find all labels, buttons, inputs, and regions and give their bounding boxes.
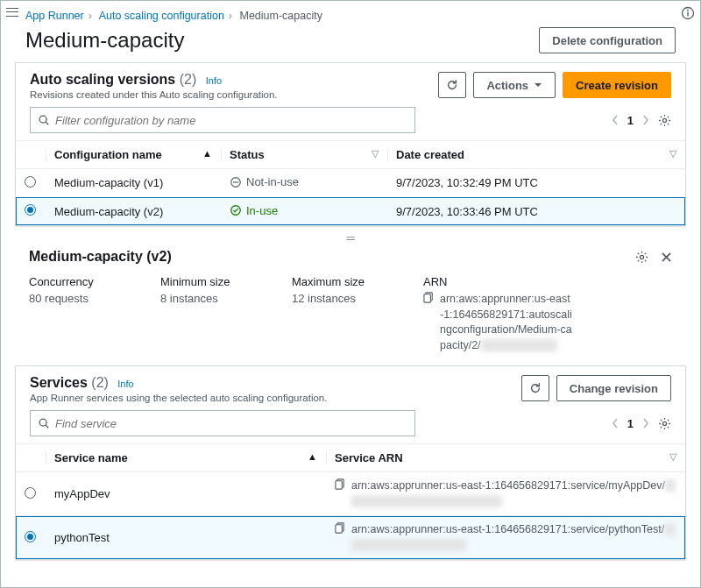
versions-title: Auto scaling versions (2) Info — [30, 72, 278, 88]
service-arn: arn:aws:apprunner:us-east-1:164656829171… — [335, 522, 676, 553]
services-table: Service name▲ Service ARN▽ myAppDev arn:… — [16, 443, 685, 559]
sort-icon[interactable]: ▽ — [372, 148, 379, 159]
versions-subtitle: Revisions created under this Auto scalin… — [30, 89, 278, 100]
detail-title: Medium-capacity (v2) — [29, 249, 172, 265]
services-title: Services (2) Info — [30, 375, 327, 391]
sort-icon[interactable]: ▽ — [669, 148, 676, 159]
services-next-page-icon[interactable] — [642, 418, 649, 429]
versions-refresh-button[interactable] — [438, 72, 466, 98]
services-page-number: 1 — [627, 417, 634, 430]
detail-arn: arn:aws:apprunner:us-east-1:164656829171… — [423, 292, 572, 353]
breadcrumb: App Runner› Auto scaling configuration› … — [1, 1, 700, 22]
services-refresh-button[interactable] — [521, 375, 549, 401]
svg-line-13 — [46, 425, 48, 428]
hamburger-menu-icon[interactable] — [6, 6, 18, 18]
change-revision-button[interactable]: Change revision — [556, 375, 671, 401]
table-row[interactable]: Medium-capacity (v1) Not-in-use 9/7/2023… — [16, 169, 685, 198]
svg-rect-2 — [687, 12, 688, 17]
services-search-input[interactable] — [30, 410, 415, 436]
svg-point-1 — [687, 10, 689, 11]
delete-configuration-button[interactable]: Delete configuration — [539, 27, 676, 53]
create-revision-button[interactable]: Create revision — [563, 72, 671, 98]
row-radio[interactable] — [25, 204, 36, 216]
sort-icon[interactable]: ▽ — [669, 451, 676, 463]
sort-asc-icon[interactable]: ▲ — [308, 451, 317, 462]
breadcrumb-l2[interactable]: Auto scaling configuration — [99, 10, 224, 22]
copy-icon[interactable] — [335, 478, 346, 490]
versions-table: Configuration name▲ Status▽ Date created… — [16, 140, 685, 225]
svg-rect-18 — [336, 525, 342, 533]
versions-settings-icon[interactable] — [658, 114, 671, 127]
services-info-link[interactable]: Info — [117, 379, 133, 389]
sort-asc-icon[interactable]: ▲ — [202, 148, 212, 159]
table-row[interactable]: myAppDev arn:aws:apprunner:us-east-1:164… — [16, 472, 685, 516]
page-title: Medium-capacity — [25, 28, 184, 53]
versions-search-input[interactable] — [30, 107, 415, 133]
row-radio[interactable] — [25, 176, 36, 188]
svg-point-5 — [662, 118, 666, 122]
svg-rect-11 — [424, 294, 430, 302]
services-settings-icon[interactable] — [658, 417, 671, 430]
help-info-icon[interactable] — [681, 6, 695, 20]
svg-point-14 — [662, 422, 666, 425]
status-badge: Not-in-use — [230, 175, 299, 188]
versions-actions-button[interactable]: Actions — [473, 72, 556, 98]
service-arn: arn:aws:apprunner:us-east-1:164656829171… — [335, 478, 676, 509]
status-badge: In-use — [230, 204, 278, 217]
versions-page-number: 1 — [627, 114, 634, 127]
services-prev-page-icon[interactable] — [612, 418, 619, 429]
svg-point-3 — [39, 116, 46, 123]
breadcrumb-l1[interactable]: App Runner — [25, 10, 84, 22]
versions-info-link[interactable]: Info — [206, 75, 222, 86]
svg-line-4 — [46, 122, 48, 124]
svg-point-9 — [640, 255, 643, 259]
services-subtitle: App Runner services using the selected a… — [30, 393, 327, 403]
detail-settings-icon[interactable] — [635, 251, 648, 264]
row-radio[interactable] — [25, 531, 36, 542]
svg-point-12 — [39, 419, 46, 426]
breadcrumb-l3: Medium-capacity — [240, 10, 322, 22]
detail-close-icon[interactable] — [661, 251, 672, 263]
svg-rect-16 — [336, 481, 342, 489]
versions-prev-page-icon[interactable] — [612, 115, 619, 125]
versions-next-page-icon[interactable] — [642, 115, 649, 125]
panel-resize-handle-icon[interactable]: ═ — [15, 235, 686, 242]
copy-icon[interactable] — [423, 292, 435, 303]
table-row[interactable]: Medium-capacity (v2) In-use 9/7/2023, 10… — [16, 197, 685, 225]
row-radio[interactable] — [25, 487, 36, 499]
table-row[interactable]: pythonTest arn:aws:apprunner:us-east-1:1… — [16, 516, 685, 560]
copy-icon[interactable] — [335, 522, 346, 534]
